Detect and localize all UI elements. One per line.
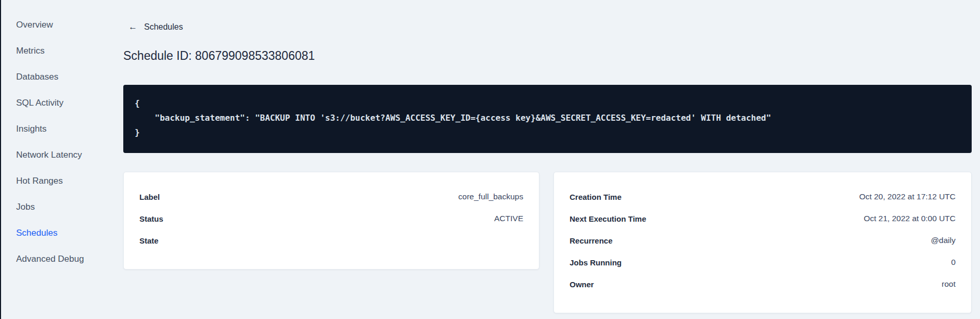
detail-cards-row: Label core_full_backups Status ACTIVE St… xyxy=(123,172,972,313)
detail-row-label: Label core_full_backups xyxy=(139,186,523,208)
row-label: State xyxy=(139,236,159,245)
code-line: } xyxy=(135,125,960,140)
sidebar-item-network-latency[interactable]: Network Latency xyxy=(1,142,123,168)
sidebar-item-advanced-debug[interactable]: Advanced Debug xyxy=(1,246,123,272)
page-title: Schedule ID: 806799098533806081 xyxy=(123,48,972,63)
backup-statement-code-block: { "backup_statement": "BACKUP INTO 's3:/… xyxy=(123,85,972,153)
row-value: Oct 21, 2022 at 0:00 UTC xyxy=(863,214,956,223)
row-value: Oct 20, 2022 at 17:12 UTC xyxy=(859,192,956,201)
row-value: @daily xyxy=(931,236,956,245)
detail-row-jobs-running: Jobs Running 0 xyxy=(570,251,956,273)
row-value: root xyxy=(942,279,956,289)
detail-row-owner: Owner root xyxy=(570,273,956,295)
sidebar-item-sql-activity[interactable]: SQL Activity xyxy=(1,90,123,116)
row-label: Label xyxy=(139,193,160,201)
back-arrow-icon: ← xyxy=(128,22,137,32)
sidebar-item-databases[interactable]: Databases xyxy=(1,64,123,90)
row-label: Jobs Running xyxy=(570,258,622,267)
row-value: ACTIVE xyxy=(494,214,523,223)
code-line: { xyxy=(135,96,960,111)
row-label: Next Execution Time xyxy=(570,214,646,223)
code-line: "backup_statement": "BACKUP INTO 's3://b… xyxy=(135,111,960,125)
detail-row-status: Status ACTIVE xyxy=(139,208,523,229)
row-label: Recurrence xyxy=(570,236,613,245)
schedule-details-card: Label core_full_backups Status ACTIVE St… xyxy=(123,172,539,270)
main-content: ← Schedules Schedule ID: 806799098533806… xyxy=(123,0,972,319)
row-value: 0 xyxy=(951,258,956,267)
row-label: Creation Time xyxy=(570,193,622,201)
sidebar-item-schedules[interactable]: Schedules xyxy=(1,220,123,246)
row-label: Status xyxy=(139,214,163,223)
row-value: core_full_backups xyxy=(458,192,523,201)
sidebar-item-insights[interactable]: Insights xyxy=(1,116,123,142)
detail-row-creation-time: Creation Time Oct 20, 2022 at 17:12 UTC xyxy=(570,186,956,208)
sidebar-item-hot-ranges[interactable]: Hot Ranges xyxy=(1,168,123,194)
back-to-schedules-link[interactable]: ← Schedules xyxy=(128,22,183,32)
row-label: Owner xyxy=(570,280,594,289)
detail-row-recurrence: Recurrence @daily xyxy=(570,229,956,251)
detail-row-state: State xyxy=(139,229,523,251)
sidebar-item-metrics[interactable]: Metrics xyxy=(1,38,123,64)
back-link-label: Schedules xyxy=(144,22,183,32)
sidebar-item-overview[interactable]: Overview xyxy=(1,12,123,38)
sidebar: Overview Metrics Databases SQL Activity … xyxy=(1,0,123,319)
detail-row-next-execution-time: Next Execution Time Oct 21, 2022 at 0:00… xyxy=(570,208,956,229)
schedule-timing-card: Creation Time Oct 20, 2022 at 17:12 UTC … xyxy=(553,172,972,313)
sidebar-item-jobs[interactable]: Jobs xyxy=(1,194,123,220)
